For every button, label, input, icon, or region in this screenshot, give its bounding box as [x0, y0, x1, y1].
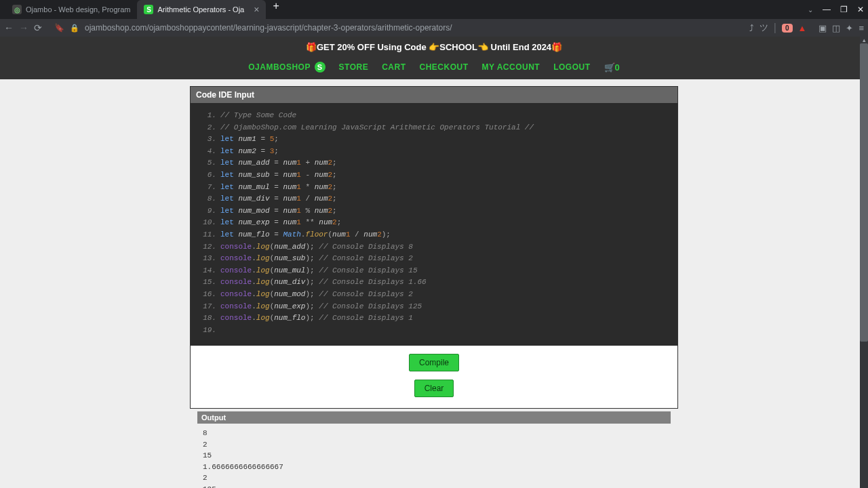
- warning-icon[interactable]: ▲: [798, 23, 807, 33]
- tab-title: Arithmetic Operators - Oja: [157, 5, 244, 14]
- share-icon[interactable]: ⤴: [749, 23, 754, 33]
- extension-divider: |: [774, 22, 776, 34]
- nav-cart[interactable]: CART: [382, 62, 406, 72]
- forward-button[interactable]: →: [19, 22, 28, 33]
- output-line: 125: [203, 484, 665, 488]
- favicon-icon: ◎: [12, 5, 22, 14]
- window-controls: — ❐ ✕: [823, 5, 868, 14]
- code-line: 6.let num_sub = num1 - num2;: [199, 169, 669, 182]
- site-nav: OJAMBOSHOP S STORE CART CHECKOUT MY ACCO…: [0, 58, 868, 79]
- output-line: 15: [203, 450, 665, 462]
- code-line: 12.console.log(num_add); // Console Disp…: [199, 241, 669, 253]
- cart-icon[interactable]: 🛒0: [604, 62, 620, 73]
- nav-checkout[interactable]: CHECKOUT: [420, 62, 469, 72]
- tab-inactive[interactable]: ◎ Ojambo - Web design, Program: [5, 0, 137, 19]
- nav-store[interactable]: STORE: [339, 62, 369, 72]
- maximize-button[interactable]: ❐: [840, 5, 848, 14]
- code-line: 13.console.log(num_sub); // Console Disp…: [199, 253, 669, 265]
- output-line: 8: [203, 428, 665, 439]
- titlebar: ◎ Ojambo - Web design, Program S Arithme…: [0, 0, 868, 19]
- code-line: 8.let num_div = num1 / num2;: [199, 193, 669, 205]
- url-text: ojamboshop.com/ojamboshoppaycontent/lear…: [85, 23, 737, 33]
- bookmark-icon[interactable]: 🔖: [54, 23, 64, 33]
- code-line: 3.let num1 = 5;: [199, 134, 669, 146]
- compile-button[interactable]: Compile: [409, 354, 459, 371]
- nav-logout[interactable]: LOGOUT: [553, 62, 590, 72]
- output-box: Output 82151.666666666666666721251: [197, 411, 671, 488]
- code-line: 10.let num_exp = num1 ** num2;: [199, 217, 669, 229]
- reload-button[interactable]: ⟳: [34, 22, 42, 33]
- panel-icon[interactable]: ▣: [818, 23, 827, 33]
- rss-icon[interactable]: ツ: [760, 22, 768, 34]
- output-line: 2: [203, 472, 665, 484]
- ide-box: Code IDE Input 1.// Type Some Code2.// O…: [190, 86, 678, 409]
- code-line: 7.let num_mul = num1 * num2;: [199, 182, 669, 194]
- output-body: 82151.666666666666666721251: [197, 424, 671, 488]
- output-line: 2: [203, 439, 665, 451]
- code-line: 2.// OjamboShop.com Learning JavaScript …: [199, 122, 669, 134]
- code-line: 17.console.log(num_exp); // Console Disp…: [199, 301, 669, 313]
- scroll-up-icon[interactable]: ▴: [860, 37, 868, 43]
- code-line: 1.// Type Some Code: [199, 110, 669, 122]
- tab-title: Ojambo - Web design, Program: [26, 5, 130, 14]
- promo-banner: 🎁GET 20% OFF Using Code 👉SCHOOL👈 Until E…: [0, 37, 868, 58]
- nav-myaccount[interactable]: MY ACCOUNT: [482, 62, 540, 72]
- close-tab-icon[interactable]: ×: [254, 4, 259, 15]
- code-line: 19.: [199, 325, 669, 337]
- toolbar-right: ⤴ ツ | 0 ▲ ▣ ◫ ✦ ≡: [749, 22, 864, 34]
- extension-badge[interactable]: 0: [782, 24, 793, 33]
- code-line: 9.let num_mod = num1 % num2;: [199, 205, 669, 218]
- tab-active[interactable]: S Arithmetic Operators - Oja ×: [137, 0, 266, 19]
- code-line: 11.let num_flo = Math.floor(num1 / num2)…: [199, 229, 669, 241]
- back-button[interactable]: ←: [4, 22, 14, 33]
- nav-brand[interactable]: OJAMBOSHOP S: [248, 62, 325, 73]
- sidepanel-icon[interactable]: ◫: [832, 23, 840, 33]
- code-line: 16.console.log(num_mod); // Console Disp…: [199, 289, 669, 301]
- code-line: 5.let num_add = num1 + num2;: [199, 157, 669, 169]
- sparkle-icon[interactable]: ✦: [846, 23, 853, 33]
- page-scrollbar[interactable]: ▴: [860, 37, 868, 488]
- address-bar[interactable]: 🔖 🔒 ojamboshop.com/ojamboshoppaycontent/…: [47, 23, 744, 33]
- promo-text: 🎁GET 20% OFF Using Code 👉SCHOOL👈 Until E…: [306, 42, 562, 52]
- favicon-icon: S: [144, 5, 153, 14]
- code-line: 4.let num2 = 3;: [199, 146, 669, 158]
- output-line: 1.6666666666666667: [203, 462, 665, 473]
- code-line: 14.console.log(num_mul); // Console Disp…: [199, 265, 669, 277]
- output-header: Output: [197, 411, 671, 424]
- ide-header: Code IDE Input: [191, 87, 677, 103]
- page-content: 🎁GET 20% OFF Using Code 👉SCHOOL👈 Until E…: [0, 37, 868, 488]
- minimize-button[interactable]: —: [823, 5, 831, 14]
- new-tab-button[interactable]: +: [273, 0, 279, 19]
- clear-button[interactable]: Clear: [414, 380, 454, 397]
- tabs-dropdown-icon[interactable]: ⌄: [808, 6, 813, 14]
- code-line: 15.console.log(num_div); // Console Disp…: [199, 277, 669, 289]
- browser-toolbar: ← → ⟳ 🔖 🔒 ojamboshop.com/ojamboshoppayco…: [0, 19, 868, 37]
- browser-tabs: ◎ Ojambo - Web design, Program S Arithme…: [5, 0, 279, 19]
- menu-icon[interactable]: ≡: [859, 23, 864, 33]
- code-line: 18.console.log(num_flo); // Console Disp…: [199, 312, 669, 325]
- lock-icon[interactable]: 🔒: [70, 24, 79, 33]
- close-window-button[interactable]: ✕: [857, 5, 864, 14]
- ide-buttons: Compile Clear: [191, 346, 677, 408]
- brand-badge-icon: S: [315, 62, 326, 73]
- scroll-thumb[interactable]: [860, 43, 868, 342]
- code-editor[interactable]: 1.// Type Some Code2.// OjamboShop.com L…: [191, 103, 677, 346]
